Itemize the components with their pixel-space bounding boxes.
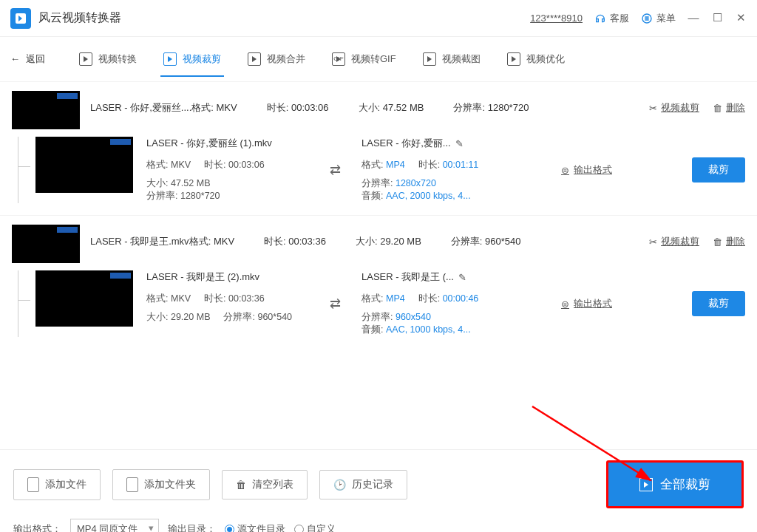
src-size: 大小: 29.20 MB xyxy=(146,311,210,324)
item-duration: 时长: 00:03:06 xyxy=(267,101,329,115)
tab-merge[interactable]: 视频合并 xyxy=(245,52,308,76)
src-duration: 时长: 00:03:36 xyxy=(204,293,265,305)
output-format-button[interactable]: ⊜输出格式 xyxy=(561,297,612,310)
back-label: 返回 xyxy=(26,52,45,66)
dst-resolution: 分辨率: 960x540 xyxy=(361,311,431,324)
delete-action[interactable]: 🗑删除 xyxy=(713,235,745,248)
shuffle-icon[interactable]: ⇄ xyxy=(324,162,347,178)
source-filename: LASER - 你好,爱丽丝 (1).mkv xyxy=(146,137,309,150)
tab-label: 视频裁剪 xyxy=(183,52,221,66)
cut-all-button[interactable]: 全部裁剪 xyxy=(606,460,744,508)
support-button[interactable]: 客服 xyxy=(594,12,629,25)
src-format: 格式: MKV xyxy=(146,293,191,305)
tab-bar: ← 返回 视频转换 视频裁剪 视频合并 GIF视频转GIF 视频截图 视频优化 xyxy=(0,37,757,81)
cut-action[interactable]: ✂视频裁剪 xyxy=(649,235,699,248)
play-icon xyxy=(79,52,92,66)
bottom-bar: 添加文件 添加文件夹 🗑清空列表 🕑历史记录 全部裁剪 输出格式： MP4 同原… xyxy=(0,449,757,532)
radio-source-dir[interactable]: 源文件目录 xyxy=(225,522,285,532)
dst-audio: 音频: AAC, 2000 kbps, 4... xyxy=(361,190,471,202)
tab-label: 视频优化 xyxy=(526,52,565,66)
list-item: LASER - 我即是王.mkv格式: MKV 时长: 00:03:36 大小:… xyxy=(0,215,757,337)
shuffle-icon[interactable]: ⇄ xyxy=(324,296,347,312)
output-format-value: MP4 同原文件 xyxy=(77,523,138,532)
cut-action[interactable]: ✂视频裁剪 xyxy=(649,101,699,115)
src-resolution: 分辨率: 960*540 xyxy=(223,311,292,324)
dst-resolution: 分辨率: 1280x720 xyxy=(361,177,436,190)
menu-label: 菜单 xyxy=(656,12,676,25)
sliders-icon xyxy=(507,52,520,66)
close-button[interactable]: ✕ xyxy=(735,13,747,24)
play-icon xyxy=(248,52,261,66)
add-folder-label: 添加文件夹 xyxy=(144,478,196,491)
support-label: 客服 xyxy=(610,12,629,25)
file-plus-icon xyxy=(27,477,39,492)
headset-icon xyxy=(594,13,606,24)
app-logo xyxy=(10,8,31,29)
video-thumbnail[interactable] xyxy=(12,91,80,129)
delete-label: 删除 xyxy=(726,101,745,115)
add-file-label: 添加文件 xyxy=(45,478,86,491)
tab-convert[interactable]: 视频转换 xyxy=(76,52,140,76)
maximize-button[interactable]: ☐ xyxy=(711,13,723,24)
dst-format: 格式: MP4 xyxy=(361,293,405,305)
menu-icon xyxy=(641,13,653,24)
src-duration: 时长: 00:03:06 xyxy=(204,159,265,171)
add-file-button[interactable]: 添加文件 xyxy=(13,469,101,500)
clock-icon: 🕑 xyxy=(333,479,346,491)
menu-button[interactable]: 菜单 xyxy=(641,12,676,25)
user-id-link[interactable]: 123****8910 xyxy=(530,13,583,24)
gear-icon: ⊜ xyxy=(561,165,569,176)
gif-icon: GIF xyxy=(332,52,345,66)
add-folder-button[interactable]: 添加文件夹 xyxy=(112,469,210,500)
dst-duration: 时长: 00:00:46 xyxy=(418,293,479,305)
item-size: 大小: 47.52 MB xyxy=(359,101,424,115)
play-icon xyxy=(639,478,653,491)
screenshot-icon xyxy=(423,52,436,66)
output-format-label: 输出格式 xyxy=(574,163,612,177)
delete-label: 删除 xyxy=(726,235,745,248)
tab-label: 视频转GIF xyxy=(351,52,396,66)
arrow-left-icon: ← xyxy=(10,53,20,64)
cut-all-label: 全部裁剪 xyxy=(660,476,710,493)
history-button[interactable]: 🕑历史记录 xyxy=(319,470,407,499)
file-list: LASER - 你好,爱丽丝....格式: MKV 时长: 00:03:06 大… xyxy=(0,81,757,449)
video-thumbnail[interactable] xyxy=(12,225,80,263)
edit-name-button[interactable]: ✎ xyxy=(458,272,466,283)
trash-icon: 🗑 xyxy=(236,479,246,491)
output-format-button[interactable]: ⊜输出格式 xyxy=(561,163,612,177)
item-title: LASER - 我即是王.mkv格式: MKV xyxy=(90,235,234,248)
dest-filename: LASER - 你好,爱丽... xyxy=(361,137,451,150)
edit-name-button[interactable]: ✎ xyxy=(455,138,464,149)
clear-list-button[interactable]: 🗑清空列表 xyxy=(222,470,308,499)
output-format-label: 输出格式： xyxy=(13,522,61,532)
folder-plus-icon xyxy=(126,477,138,492)
item-duration: 时长: 00:03:36 xyxy=(264,235,326,248)
cut-button[interactable]: 裁剪 xyxy=(692,157,745,183)
src-resolution: 分辨率: 1280*720 xyxy=(146,190,220,202)
video-thumbnail[interactable] xyxy=(35,137,133,193)
tab-screenshot[interactable]: 视频截图 xyxy=(420,52,483,76)
cut-button[interactable]: 裁剪 xyxy=(692,291,745,316)
scissors-icon: ✂ xyxy=(649,103,657,114)
radio-label: 源文件目录 xyxy=(237,522,285,532)
back-button[interactable]: ← 返回 xyxy=(10,52,45,66)
app-title: 风云视频转换器 xyxy=(38,10,121,26)
delete-action[interactable]: 🗑删除 xyxy=(713,101,745,115)
minimize-button[interactable]: — xyxy=(688,13,699,24)
video-thumbnail[interactable] xyxy=(35,270,133,327)
tab-label: 视频转换 xyxy=(98,52,137,66)
tab-gif[interactable]: GIF视频转GIF xyxy=(329,52,399,76)
clear-list-label: 清空列表 xyxy=(252,478,293,491)
item-resolution: 分辨率: 960*540 xyxy=(451,235,521,248)
history-label: 历史记录 xyxy=(352,478,393,491)
tab-cut[interactable]: 视频裁剪 xyxy=(160,52,224,76)
cut-label: 视频裁剪 xyxy=(661,235,699,248)
dest-filename: LASER - 我即是王 (... xyxy=(361,270,454,284)
dst-format: 格式: MP4 xyxy=(361,159,405,171)
src-size: 大小: 47.52 MB xyxy=(146,177,210,190)
radio-custom-dir[interactable]: 自定义 xyxy=(294,522,336,532)
trash-icon: 🗑 xyxy=(713,236,722,248)
tab-label: 视频截图 xyxy=(442,52,481,66)
tab-optimize[interactable]: 视频优化 xyxy=(504,52,568,76)
output-format-select[interactable]: MP4 同原文件 xyxy=(70,519,159,532)
